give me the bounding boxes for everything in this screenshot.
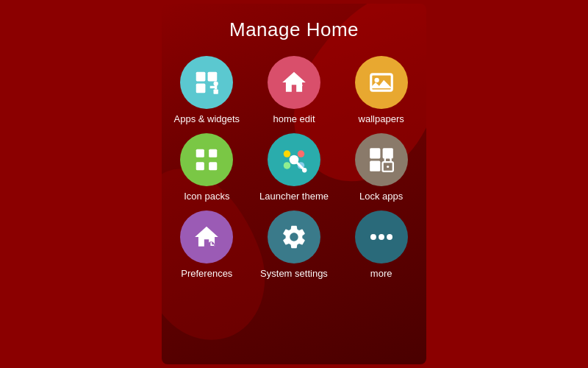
phone-screen: Manage Home Apps & widgets	[162, 4, 426, 364]
launcher-theme-label: Launcher theme	[259, 191, 329, 203]
svg-rect-21	[370, 160, 380, 171]
launcher-theme-icon	[268, 133, 320, 186]
more-label: more	[370, 268, 392, 280]
svg-rect-9	[196, 149, 204, 158]
svg-rect-11	[196, 162, 204, 170]
home-edit-icon	[268, 56, 320, 109]
svg-point-16	[284, 162, 291, 169]
apps-widgets-icon	[180, 56, 233, 109]
svg-point-26	[379, 234, 384, 240]
svg-point-25	[370, 234, 376, 240]
icon-packs-label: Icon packs	[184, 191, 229, 203]
svg-point-14	[284, 150, 291, 158]
grid-item-wallpapers[interactable]: wallpapers	[343, 56, 419, 126]
wallpapers-icon	[355, 56, 408, 109]
grid-item-system-settings[interactable]: System settings	[257, 210, 332, 280]
grid-item-apps-widgets[interactable]: Apps & widgets	[169, 56, 245, 126]
svg-point-18	[302, 168, 306, 172]
grid-item-preferences[interactable]: Preferences	[169, 210, 245, 280]
system-settings-label: System settings	[260, 268, 328, 280]
grid-item-icon-packs[interactable]: Icon packs	[169, 133, 245, 203]
grid-item-more[interactable]: more	[343, 210, 419, 280]
grid-item-lock-apps[interactable]: Lock apps	[343, 133, 419, 203]
lock-apps-label: Lock apps	[359, 191, 403, 203]
home-edit-label: home edit	[273, 113, 315, 126]
svg-point-23	[387, 166, 389, 168]
icon-packs-icon	[180, 133, 233, 186]
svg-rect-19	[370, 148, 380, 158]
preferences-icon	[180, 210, 233, 263]
menu-grid: Apps & widgets home edit w	[169, 56, 419, 280]
svg-rect-1	[208, 72, 218, 82]
apps-widgets-label: Apps & widgets	[174, 113, 240, 126]
more-icon	[355, 210, 408, 263]
lock-apps-icon	[355, 133, 408, 186]
svg-rect-0	[196, 72, 206, 82]
svg-rect-2	[196, 84, 206, 93]
grid-item-launcher-theme[interactable]: Launcher theme	[257, 133, 332, 203]
page-title: Manage Home	[229, 18, 359, 41]
svg-point-15	[298, 150, 305, 158]
preferences-label: Preferences	[181, 268, 232, 280]
svg-point-8	[374, 78, 379, 82]
wallpapers-label: wallpapers	[359, 113, 404, 126]
svg-rect-10	[209, 149, 217, 158]
grid-item-home-edit[interactable]: home edit	[257, 56, 332, 126]
svg-rect-12	[209, 162, 217, 170]
system-settings-icon	[268, 210, 320, 263]
svg-point-6	[214, 81, 218, 85]
svg-rect-3	[214, 90, 218, 94]
svg-point-27	[387, 234, 392, 240]
